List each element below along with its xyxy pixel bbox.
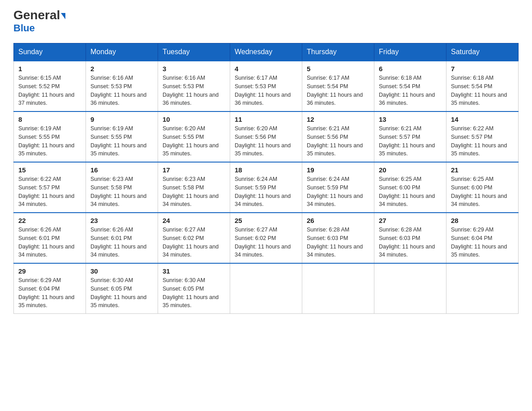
calendar-cell: 10 Sunrise: 6:20 AMSunset: 5:55 PMDaylig…: [158, 111, 230, 162]
day-number: 17: [163, 166, 225, 174]
calendar-cell: 20 Sunrise: 6:25 AMSunset: 6:00 PMDaylig…: [374, 162, 446, 213]
day-number: 18: [235, 166, 297, 174]
day-number: 5: [307, 65, 369, 73]
calendar-cell: 26 Sunrise: 6:28 AMSunset: 6:03 PMDaylig…: [302, 213, 374, 263]
calendar-cell: 11 Sunrise: 6:20 AMSunset: 5:56 PMDaylig…: [230, 111, 302, 162]
day-info: Sunrise: 6:26 AMSunset: 6:01 PMDaylight:…: [18, 226, 81, 259]
day-number: 4: [235, 65, 297, 73]
day-info: Sunrise: 6:22 AMSunset: 5:57 PMDaylight:…: [18, 175, 81, 209]
day-info: Sunrise: 6:23 AMSunset: 5:58 PMDaylight:…: [163, 175, 225, 209]
day-info: Sunrise: 6:25 AMSunset: 6:00 PMDaylight:…: [379, 175, 442, 209]
calendar-cell: 25 Sunrise: 6:27 AMSunset: 6:02 PMDaylig…: [230, 213, 302, 263]
header-wednesday: Wednesday: [230, 43, 302, 61]
calendar-cell: 3 Sunrise: 6:16 AMSunset: 5:53 PMDayligh…: [158, 61, 230, 111]
calendar-cell: 24 Sunrise: 6:27 AMSunset: 6:02 PMDaylig…: [158, 213, 230, 263]
day-number: 7: [451, 65, 514, 73]
calendar-week-4: 22 Sunrise: 6:26 AMSunset: 6:01 PMDaylig…: [14, 213, 519, 263]
day-number: 14: [451, 116, 514, 123]
day-number: 13: [379, 116, 442, 123]
calendar-cell: [302, 263, 374, 314]
day-number: 3: [163, 65, 225, 73]
calendar-cell: 28 Sunrise: 6:29 AMSunset: 6:04 PMDaylig…: [446, 213, 519, 263]
calendar-cell: 15 Sunrise: 6:22 AMSunset: 5:57 PMDaylig…: [14, 162, 86, 213]
day-number: 6: [379, 65, 442, 73]
day-info: Sunrise: 6:15 AMSunset: 5:52 PMDaylight:…: [18, 74, 81, 107]
day-number: 22: [18, 217, 81, 224]
day-number: 19: [307, 166, 369, 174]
calendar-cell: [230, 263, 302, 314]
calendar-week-5: 29 Sunrise: 6:29 AMSunset: 6:04 PMDaylig…: [14, 263, 519, 314]
calendar-cell: 27 Sunrise: 6:28 AMSunset: 6:03 PMDaylig…: [374, 213, 446, 263]
calendar-cell: 19 Sunrise: 6:24 AMSunset: 5:59 PMDaylig…: [302, 162, 374, 213]
logo-general: General: [13, 9, 65, 21]
day-info: Sunrise: 6:29 AMSunset: 6:04 PMDaylight:…: [18, 276, 81, 310]
day-info: Sunrise: 6:16 AMSunset: 5:53 PMDaylight:…: [90, 74, 153, 107]
day-number: 30: [90, 267, 153, 275]
day-number: 15: [18, 166, 81, 174]
calendar-cell: [374, 263, 446, 314]
day-info: Sunrise: 6:21 AMSunset: 5:57 PMDaylight:…: [379, 124, 442, 158]
day-info: Sunrise: 6:20 AMSunset: 5:56 PMDaylight:…: [235, 124, 297, 158]
calendar-cell: 18 Sunrise: 6:24 AMSunset: 5:59 PMDaylig…: [230, 162, 302, 213]
calendar-week-1: 1 Sunrise: 6:15 AMSunset: 5:52 PMDayligh…: [14, 61, 519, 111]
day-number: 21: [451, 166, 514, 174]
header-monday: Monday: [86, 43, 158, 61]
day-info: Sunrise: 6:24 AMSunset: 5:59 PMDaylight:…: [307, 175, 369, 209]
day-number: 10: [163, 116, 225, 123]
day-info: Sunrise: 6:18 AMSunset: 5:54 PMDaylight:…: [379, 74, 442, 107]
calendar-week-2: 8 Sunrise: 6:19 AMSunset: 5:55 PMDayligh…: [14, 111, 519, 162]
calendar-cell: 7 Sunrise: 6:18 AMSunset: 5:54 PMDayligh…: [446, 61, 519, 111]
day-number: 25: [235, 217, 297, 224]
calendar-cell: 8 Sunrise: 6:19 AMSunset: 5:55 PMDayligh…: [14, 111, 86, 162]
day-info: Sunrise: 6:20 AMSunset: 5:55 PMDaylight:…: [163, 124, 225, 158]
day-info: Sunrise: 6:24 AMSunset: 5:59 PMDaylight:…: [235, 175, 297, 209]
page-header: General Blue: [13, 9, 519, 34]
day-info: Sunrise: 6:17 AMSunset: 5:53 PMDaylight:…: [235, 74, 297, 107]
day-info: Sunrise: 6:21 AMSunset: 5:56 PMDaylight:…: [307, 124, 369, 158]
day-info: Sunrise: 6:18 AMSunset: 5:54 PMDaylight:…: [451, 74, 514, 107]
calendar-cell: [446, 263, 519, 314]
day-number: 26: [307, 217, 369, 224]
day-number: 29: [18, 267, 81, 275]
day-number: 23: [90, 217, 153, 224]
day-number: 12: [307, 116, 369, 123]
calendar-cell: 14 Sunrise: 6:22 AMSunset: 5:57 PMDaylig…: [446, 111, 519, 162]
day-info: Sunrise: 6:26 AMSunset: 6:01 PMDaylight:…: [90, 226, 153, 259]
day-number: 20: [379, 166, 442, 174]
calendar-cell: 29 Sunrise: 6:29 AMSunset: 6:04 PMDaylig…: [14, 263, 86, 314]
day-info: Sunrise: 6:28 AMSunset: 6:03 PMDaylight:…: [379, 226, 442, 259]
day-info: Sunrise: 6:29 AMSunset: 6:04 PMDaylight:…: [451, 226, 514, 259]
calendar-cell: 17 Sunrise: 6:23 AMSunset: 5:58 PMDaylig…: [158, 162, 230, 213]
calendar-cell: 16 Sunrise: 6:23 AMSunset: 5:58 PMDaylig…: [86, 162, 158, 213]
logo: General Blue: [13, 9, 65, 34]
day-number: 28: [451, 217, 514, 224]
day-info: Sunrise: 6:17 AMSunset: 5:54 PMDaylight:…: [307, 74, 369, 107]
calendar-cell: 30 Sunrise: 6:30 AMSunset: 6:05 PMDaylig…: [86, 263, 158, 314]
calendar-table: SundayMondayTuesdayWednesdayThursdayFrid…: [13, 43, 519, 314]
day-info: Sunrise: 6:30 AMSunset: 6:05 PMDaylight:…: [90, 276, 153, 310]
header-thursday: Thursday: [302, 43, 374, 61]
calendar-header-row: SundayMondayTuesdayWednesdayThursdayFrid…: [14, 43, 519, 61]
day-number: 11: [235, 116, 297, 123]
calendar-cell: 22 Sunrise: 6:26 AMSunset: 6:01 PMDaylig…: [14, 213, 86, 263]
calendar-cell: 2 Sunrise: 6:16 AMSunset: 5:53 PMDayligh…: [86, 61, 158, 111]
day-number: 9: [90, 116, 153, 123]
calendar-cell: 5 Sunrise: 6:17 AMSunset: 5:54 PMDayligh…: [302, 61, 374, 111]
calendar-cell: 13 Sunrise: 6:21 AMSunset: 5:57 PMDaylig…: [374, 111, 446, 162]
day-number: 31: [163, 267, 225, 275]
day-info: Sunrise: 6:19 AMSunset: 5:55 PMDaylight:…: [90, 124, 153, 158]
calendar-cell: 6 Sunrise: 6:18 AMSunset: 5:54 PMDayligh…: [374, 61, 446, 111]
day-info: Sunrise: 6:16 AMSunset: 5:53 PMDaylight:…: [163, 74, 225, 107]
day-info: Sunrise: 6:27 AMSunset: 6:02 PMDaylight:…: [163, 226, 225, 259]
day-info: Sunrise: 6:23 AMSunset: 5:58 PMDaylight:…: [90, 175, 153, 209]
day-number: 1: [18, 65, 81, 73]
logo-triangle-icon: [61, 13, 65, 19]
calendar-cell: 23 Sunrise: 6:26 AMSunset: 6:01 PMDaylig…: [86, 213, 158, 263]
calendar-cell: 4 Sunrise: 6:17 AMSunset: 5:53 PMDayligh…: [230, 61, 302, 111]
calendar-cell: 31 Sunrise: 6:30 AMSunset: 6:05 PMDaylig…: [158, 263, 230, 314]
calendar-cell: 1 Sunrise: 6:15 AMSunset: 5:52 PMDayligh…: [14, 61, 86, 111]
day-info: Sunrise: 6:27 AMSunset: 6:02 PMDaylight:…: [235, 226, 297, 259]
day-info: Sunrise: 6:28 AMSunset: 6:03 PMDaylight:…: [307, 226, 369, 259]
header-tuesday: Tuesday: [158, 43, 230, 61]
day-number: 16: [90, 166, 153, 174]
